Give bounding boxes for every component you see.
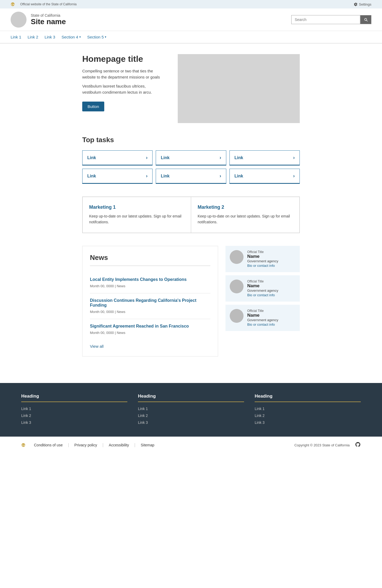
marketing-grid: Marketing 1 Keep up-to-date on our lates…: [82, 197, 300, 233]
profile-agency-1: Government agency: [247, 259, 296, 263]
news-panel: News Local Entity Implements Changes to …: [82, 246, 218, 356]
banner-left: CA Official website of the State of Cali…: [11, 2, 77, 7]
hero-section: Homepage title Compelling sentence or tw…: [82, 54, 300, 123]
ca-gov-footer-logo: CA: [21, 442, 29, 448]
site-title: Site name: [31, 18, 66, 26]
footer-right: Copyright © 2023 State of California: [294, 442, 361, 449]
banner-official-text: Official website of the State of Califor…: [20, 2, 77, 6]
marketing-desc-2: Keep up-to-date on our latest updates. S…: [198, 213, 293, 225]
news-layout: News Local Entity Implements Changes to …: [82, 246, 300, 356]
nav-link-2[interactable]: Link 2: [28, 31, 38, 43]
accessibility-link[interactable]: Accessibility: [106, 443, 132, 447]
news-link-1[interactable]: Local Entity Implements Changes to Opera…: [90, 277, 210, 282]
news-meta-1: Month 00, 0000 | News: [90, 284, 125, 288]
github-link[interactable]: [355, 442, 361, 449]
news-item-2: Discussion Continues Regarding Californi…: [90, 293, 210, 319]
official-title-1: Official Title: [247, 250, 296, 254]
site-logo: [11, 12, 27, 28]
footer-col-2: Heading Link 1 Link 2 Link 3: [138, 394, 244, 426]
hero-description-2: Vestibulum laoreet faucibus ultrices, ve…: [82, 83, 164, 95]
hero-button[interactable]: Button: [82, 102, 104, 111]
main-content: Homepage title Compelling sentence or tw…: [72, 43, 310, 367]
news-link-3[interactable]: Significant Agreement Reached in San Fra…: [90, 324, 210, 329]
footer-link-1-1[interactable]: Link 1: [21, 405, 127, 412]
chevron-right-icon: ›: [220, 155, 221, 160]
nav-section-4[interactable]: Section 4 ▾: [62, 31, 81, 43]
chevron-right-icon: ›: [146, 173, 147, 179]
view-all-link[interactable]: View all: [90, 344, 103, 349]
marketing-desc-1: Keep up-to-date on our latest updates. S…: [89, 213, 184, 225]
nav-link-3[interactable]: Link 3: [45, 31, 55, 43]
footer-col-3: Heading Link 1 Link 2 Link 3: [255, 394, 361, 426]
profile-agency-2: Government agency: [247, 289, 296, 293]
nav-link-1[interactable]: Link 1: [11, 31, 21, 43]
github-icon: [355, 442, 361, 447]
profile-card-3: Official Title Name Government agency Bi…: [225, 305, 300, 331]
task-link-1[interactable]: Link ›: [82, 150, 153, 165]
conditions-of-use-link[interactable]: Conditions of use: [31, 443, 65, 447]
settings-label: Settings: [359, 2, 371, 6]
profile-card-1: Official Title Name Government agency Bi…: [225, 246, 300, 272]
profile-info-1: Official Title Name Government agency Bi…: [247, 250, 296, 268]
official-title-2: Official Title: [247, 280, 296, 283]
settings-icon: [354, 2, 358, 6]
chevron-right-icon: ›: [146, 155, 147, 160]
hero-image: [178, 54, 300, 123]
profile-name-1: Name: [247, 254, 296, 259]
main-nav: Link 1 Link 2 Link 3 Section 4 ▾ Section…: [0, 31, 382, 43]
hero-text: Homepage title Compelling sentence or tw…: [82, 54, 167, 123]
task-link-3[interactable]: Link ›: [229, 150, 300, 165]
footer-link-2-2[interactable]: Link 2: [138, 412, 244, 419]
profile-name-2: Name: [247, 283, 296, 289]
footer-col-1: Heading Link 1 Link 2 Link 3: [21, 394, 127, 426]
footer-link-2-1[interactable]: Link 1: [138, 405, 244, 412]
privacy-policy-link[interactable]: Privacy policy: [72, 443, 100, 447]
marketing-title-2: Marketing 2: [198, 204, 293, 210]
sitemap-link[interactable]: Sitemap: [138, 443, 157, 447]
official-title-3: Official Title: [247, 309, 296, 313]
footer-link-1-3[interactable]: Link 3: [21, 419, 127, 426]
chevron-right-icon: ›: [220, 173, 221, 179]
top-banner: CA Official website of the State of Cali…: [0, 0, 382, 8]
footer-link-3-2[interactable]: Link 2: [255, 412, 361, 419]
profile-bio-link-1[interactable]: Bio or contact info: [247, 264, 275, 268]
footer-bottom: CA Conditions of use | Privacy policy | …: [0, 437, 382, 454]
footer-bottom-left: CA Conditions of use | Privacy policy | …: [21, 442, 157, 448]
task-link-2[interactable]: Link ›: [156, 150, 226, 165]
search-bar: [291, 15, 371, 24]
profile-info-2: Official Title Name Government agency Bi…: [247, 280, 296, 297]
footer-heading-3: Heading: [255, 394, 361, 402]
nav-section-5[interactable]: Section 5 ▾: [87, 31, 107, 43]
profile-bio-link-3[interactable]: Bio or contact info: [247, 323, 275, 326]
news-meta-2: Month 00, 0000 | News: [90, 310, 125, 314]
avatar-3: [230, 309, 244, 323]
search-button[interactable]: [360, 15, 371, 24]
footer-link-3-1[interactable]: Link 1: [255, 405, 361, 412]
header-left: State of California Site name: [11, 12, 66, 28]
marketing-card-1: Marketing 1 Keep up-to-date on our lates…: [83, 197, 191, 233]
hero-title: Homepage title: [82, 54, 164, 64]
profile-bio-link-2[interactable]: Bio or contact info: [247, 293, 275, 297]
task-link-5[interactable]: Link ›: [156, 169, 226, 184]
profile-card-2: Official Title Name Government agency Bi…: [225, 275, 300, 302]
settings-link[interactable]: Settings: [354, 2, 371, 6]
footer-main: Heading Link 1 Link 2 Link 3 Heading Lin…: [0, 383, 382, 437]
chevron-down-icon: ▾: [79, 35, 81, 39]
task-link-4[interactable]: Link ›: [82, 169, 153, 184]
ca-gov-logo: CA: [11, 2, 18, 7]
news-item-1: Local Entity Implements Changes to Opera…: [90, 272, 210, 293]
top-tasks-section: Top tasks Link › Link › Link › Link › Li…: [82, 136, 300, 184]
task-link-6[interactable]: Link ›: [229, 169, 300, 184]
search-input[interactable]: [291, 15, 360, 24]
marketing-section: Marketing 1 Keep up-to-date on our lates…: [82, 197, 300, 233]
site-header: State of California Site name: [0, 8, 382, 31]
search-icon: [364, 18, 368, 22]
footer-link-2-3[interactable]: Link 3: [138, 419, 244, 426]
hero-description-1: Compelling sentence or two that ties the…: [82, 68, 164, 80]
footer-link-3-3[interactable]: Link 3: [255, 419, 361, 426]
copyright-text: Copyright © 2023 State of California: [294, 443, 350, 447]
marketing-title-1: Marketing 1: [89, 204, 184, 210]
news-link-2[interactable]: Discussion Continues Regarding Californi…: [90, 298, 210, 308]
chevron-right-icon: ›: [293, 155, 295, 160]
footer-link-1-2[interactable]: Link 2: [21, 412, 127, 419]
